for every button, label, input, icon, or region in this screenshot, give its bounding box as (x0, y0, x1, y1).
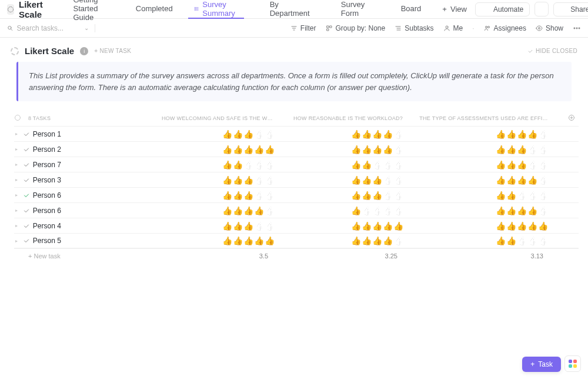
thumb-icon[interactable]: 👍 (243, 175, 253, 185)
status-check[interactable] (20, 131, 33, 138)
column-header-q3[interactable]: THE TYPE OF ASSESSMENTS USED ARE EFFICIE… (419, 115, 564, 121)
thumb-icon[interactable]: 👍 (362, 160, 372, 169)
task-name[interactable]: Person 3 (33, 176, 162, 184)
thumb-icon[interactable]: 👍 (538, 160, 548, 169)
share-button[interactable]: Share (553, 2, 588, 16)
thumb-icon[interactable]: 👍 (383, 175, 393, 185)
thumb-icon[interactable]: 👍 (362, 175, 372, 185)
thumb-icon[interactable]: 👍 (233, 129, 243, 139)
thumb-icon[interactable]: 👍 (538, 129, 548, 139)
rating-q1[interactable]: 👍👍👍👍👍 (162, 129, 291, 139)
thumb-icon[interactable]: 👍 (517, 191, 527, 200)
thumb-icon[interactable]: 👍 (393, 145, 403, 154)
tasks-col-header[interactable]: 8 TASKS (25, 115, 162, 121)
thumb-icon[interactable]: 👍 (265, 221, 275, 231)
thumb-icon[interactable]: 👍 (393, 206, 403, 215)
rating-q1[interactable]: 👍👍👍👍👍 (162, 175, 291, 185)
info-icon[interactable]: i (80, 47, 88, 55)
automate-dropdown[interactable] (534, 2, 549, 16)
expand-arrow[interactable]: ▸ (14, 162, 20, 167)
thumb-icon[interactable]: 👍 (506, 206, 516, 215)
assignees-button[interactable]: Assignees (484, 24, 526, 32)
table-row[interactable]: ▸Person 6👍👍👍👍👍👍👍👍👍👍👍👍👍👍👍 (14, 187, 579, 202)
thumb-icon[interactable]: 👍 (233, 175, 243, 185)
thumb-icon[interactable]: 👍 (506, 175, 516, 185)
thumb-icon[interactable]: 👍 (254, 221, 264, 231)
expand-arrow[interactable]: ▸ (14, 177, 20, 182)
thumb-icon[interactable]: 👍 (517, 145, 527, 154)
table-row[interactable]: ▸Person 3👍👍👍👍👍👍👍👍👍👍👍👍👍👍👍 (14, 172, 579, 187)
thumb-icon[interactable]: 👍 (527, 236, 537, 245)
chevron-down-icon[interactable]: ⌄ (84, 25, 89, 31)
table-row[interactable]: ▸Person 1👍👍👍👍👍👍👍👍👍👍👍👍👍👍👍 (14, 126, 579, 141)
thumb-icon[interactable]: 👍 (222, 175, 232, 185)
rating-q3[interactable]: 👍👍👍👍👍 (420, 145, 565, 154)
thumb-icon[interactable]: 👍 (538, 206, 548, 215)
group-by-button[interactable]: Group by: None (326, 24, 386, 32)
thumb-icon[interactable]: 👍 (222, 160, 232, 169)
rating-q3[interactable]: 👍👍👍👍👍 (420, 175, 565, 185)
rating-q1[interactable]: 👍👍👍👍👍 (162, 160, 291, 169)
rating-q2[interactable]: 👍👍👍👍👍 (291, 129, 420, 139)
thumb-icon[interactable]: 👍 (393, 175, 403, 185)
table-row[interactable]: ▸Person 6👍👍👍👍👍👍👍👍👍👍👍👍👍👍👍 (14, 202, 579, 218)
tab-survey-form[interactable]: Survey Form (326, 0, 373, 19)
tab-survey-summary[interactable]: Survey Summary (188, 0, 245, 19)
thumb-icon[interactable]: 👍 (222, 145, 232, 154)
tab-by-department[interactable]: By Department (253, 0, 317, 19)
thumb-icon[interactable]: 👍 (538, 221, 548, 231)
rating-q2[interactable]: 👍👍👍👍👍 (291, 236, 420, 245)
thumb-icon[interactable]: 👍 (496, 221, 506, 231)
table-row[interactable]: ▸Person 5👍👍👍👍👍👍👍👍👍👍👍👍👍👍👍 (14, 233, 579, 248)
thumb-icon[interactable]: 👍 (372, 129, 382, 139)
thumb-icon[interactable]: 👍 (362, 191, 372, 200)
thumb-icon[interactable]: 👍 (527, 221, 537, 231)
thumb-icon[interactable]: 👍 (362, 145, 372, 154)
thumb-icon[interactable]: 👍 (383, 145, 393, 154)
thumb-icon[interactable]: 👍 (243, 221, 253, 231)
thumb-icon[interactable]: 👍 (362, 206, 372, 215)
thumb-icon[interactable]: 👍 (351, 221, 361, 231)
thumb-icon[interactable]: 👍 (222, 191, 232, 200)
thumb-icon[interactable]: 👍 (383, 129, 393, 139)
expand-arrow[interactable]: ▸ (14, 223, 20, 228)
thumb-icon[interactable]: 👍 (383, 206, 393, 215)
thumb-icon[interactable]: 👍 (233, 191, 243, 200)
thumb-icon[interactable]: 👍 (233, 206, 243, 215)
thumb-icon[interactable]: 👍 (222, 129, 232, 139)
thumb-icon[interactable]: 👍 (372, 206, 382, 215)
status-check[interactable] (20, 207, 33, 214)
filter-button[interactable]: Filter (290, 24, 316, 32)
thumb-icon[interactable]: 👍 (351, 191, 361, 200)
rating-q3[interactable]: 👍👍👍👍👍 (420, 160, 565, 169)
thumb-icon[interactable]: 👍 (372, 191, 382, 200)
tab-board[interactable]: Board (383, 0, 427, 19)
thumb-icon[interactable]: 👍 (496, 206, 506, 215)
rating-q1[interactable]: 👍👍👍👍👍 (162, 145, 291, 154)
thumb-icon[interactable]: 👍 (243, 191, 253, 200)
thumb-icon[interactable]: 👍 (265, 191, 275, 200)
rating-q3[interactable]: 👍👍👍👍👍 (420, 236, 565, 245)
thumb-icon[interactable]: 👍 (372, 145, 382, 154)
new-task-row[interactable]: + New task 3.5 3.25 3.13 (14, 248, 579, 262)
thumb-icon[interactable]: 👍 (393, 236, 403, 245)
status-check[interactable] (20, 237, 33, 244)
thumb-icon[interactable]: 👍 (383, 160, 393, 169)
rating-q2[interactable]: 👍👍👍👍👍 (291, 175, 420, 185)
status-check[interactable] (20, 161, 33, 168)
rating-q1[interactable]: 👍👍👍👍👍 (162, 221, 291, 231)
thumb-icon[interactable]: 👍 (243, 145, 253, 154)
expand-arrow[interactable]: ▸ (14, 192, 20, 198)
thumb-icon[interactable]: 👍 (527, 129, 537, 139)
thumb-icon[interactable]: 👍 (393, 221, 403, 231)
thumb-icon[interactable]: 👍 (393, 160, 403, 169)
expand-arrow[interactable]: ▸ (14, 147, 20, 152)
expand-arrow[interactable]: ▸ (14, 238, 20, 244)
status-check[interactable] (20, 222, 33, 230)
status-col-header[interactable] (14, 114, 25, 122)
thumb-icon[interactable]: 👍 (362, 221, 372, 231)
thumb-icon[interactable]: 👍 (265, 206, 275, 215)
rating-q3[interactable]: 👍👍👍👍👍 (420, 191, 565, 200)
list-title[interactable]: Likert Scale (25, 46, 74, 56)
thumb-icon[interactable]: 👍 (506, 236, 516, 245)
